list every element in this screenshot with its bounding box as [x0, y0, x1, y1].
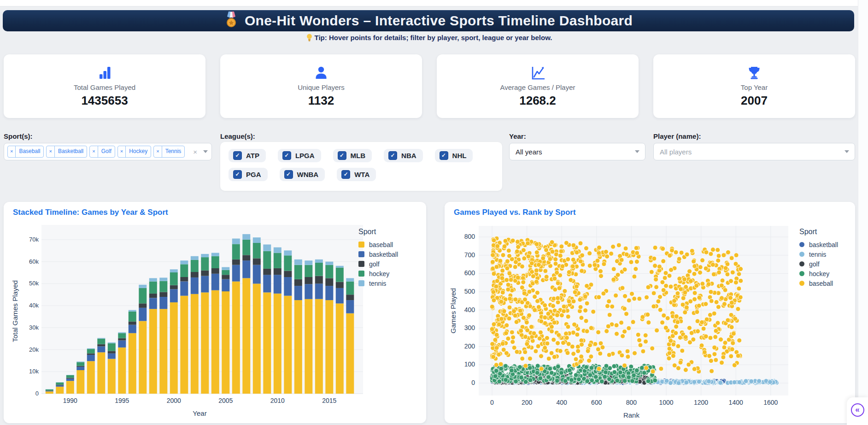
bar-golf-1999 [159, 292, 167, 297]
checkbox-checked-icon[interactable]: ✓ [388, 151, 397, 160]
svg-text:0: 0 [471, 379, 475, 386]
bar-tennis-2009 [263, 244, 271, 251]
sport-tag-golf[interactable]: ×Golf [89, 146, 115, 158]
bar-hockey-2015 [325, 265, 333, 278]
svg-text:Rank: Rank [623, 411, 640, 419]
bar-basketball-1993 [97, 346, 105, 352]
checkbox-checked-icon[interactable]: ✓ [338, 151, 346, 160]
league-checkbox-atp[interactable]: ✓ATP [229, 149, 266, 162]
legend-item-tennis[interactable]: tennis [358, 278, 398, 288]
svg-text:2015: 2015 [322, 397, 336, 404]
bar-basketball-2015 [325, 286, 333, 300]
bar-tennis-1993 [97, 338, 105, 338]
league-checkbox-nhl[interactable]: ✓NHL [435, 149, 473, 162]
checkbox-checked-icon[interactable]: ✓ [440, 151, 448, 160]
legend-item-basketball[interactable]: basketball [358, 249, 398, 259]
legend-item-golf[interactable]: golf [358, 259, 398, 269]
bar-tennis-1992 [87, 348, 95, 349]
bar-golf-1994 [108, 351, 116, 353]
bar-tennis-2004 [211, 253, 219, 256]
chevron-down-icon[interactable] [845, 150, 849, 153]
legend-swatch [358, 261, 364, 267]
bar-hockey-1995 [118, 333, 126, 338]
legend-item-golf[interactable]: golf [799, 259, 838, 269]
league-checkbox-mlb[interactable]: ✓MLB [333, 149, 372, 162]
bar-hockey-2017 [346, 282, 354, 295]
bar-tennis-1999 [159, 277, 167, 281]
legend-label: tennis [809, 251, 826, 258]
bar-golf-2002 [191, 272, 199, 277]
bar-tennis-2014 [315, 260, 323, 263]
scatter-chart[interactable]: 0200400600800100012001400160001002003004… [445, 222, 855, 423]
sports-medal-icon [224, 12, 238, 30]
bar-hockey-2010 [274, 253, 282, 268]
player-select[interactable]: All players [653, 143, 855, 160]
remove-tag-icon[interactable]: × [90, 146, 98, 157]
double-chevron-left-icon[interactable]: « [851, 403, 864, 417]
checkbox-checked-icon[interactable]: ✓ [284, 170, 293, 179]
bar-hockey-2014 [315, 263, 323, 276]
scatter-chart-title: Games Played vs. Rank by Sport [454, 208, 576, 217]
checkbox-checked-icon[interactable]: ✓ [233, 170, 242, 179]
sport-tag-basketball[interactable]: ×Basketball [46, 146, 87, 158]
svg-text:200: 200 [522, 399, 533, 406]
sport-tag-hockey[interactable]: ×Hockey [117, 146, 151, 158]
bar-hockey-2013 [305, 265, 312, 277]
chevron-down-icon[interactable] [635, 150, 639, 153]
checkbox-checked-icon[interactable]: ✓ [233, 151, 242, 160]
clear-all-icon[interactable]: × [191, 148, 199, 156]
bar-hockey-1994 [108, 343, 116, 351]
league-checkbox-nba[interactable]: ✓NBA [384, 149, 423, 162]
bar-basketball-2011 [284, 277, 292, 296]
legend-title: Sport [799, 228, 838, 236]
legend-label: basketball [809, 241, 838, 248]
bar-tennis-1998 [149, 278, 157, 281]
svg-text:600: 600 [591, 399, 602, 406]
sports-multiselect[interactable]: ×Baseball ×Basketball ×Golf ×Hockey ×Ten… [4, 143, 212, 160]
stat-card-average-games: Average Games / Player 1268.2 [437, 54, 639, 118]
bar-hockey-1988 [46, 390, 53, 390]
legend-swatch [358, 280, 364, 286]
checkbox-checked-icon[interactable]: ✓ [282, 151, 291, 160]
svg-text:2000: 2000 [167, 397, 181, 404]
bar-hockey-2016 [336, 268, 344, 282]
legend-item-basketball[interactable]: basketball [799, 240, 838, 249]
bar-basketball-1994 [108, 354, 116, 359]
remove-tag-icon[interactable]: × [118, 146, 126, 157]
svg-text:Year: Year [193, 409, 206, 417]
bar-hockey-2008 [253, 243, 261, 258]
legend-item-baseball[interactable]: baseball [799, 278, 838, 288]
svg-text:1995: 1995 [115, 397, 129, 404]
legend-item-tennis[interactable]: tennis [799, 249, 838, 259]
chevron-down-icon[interactable] [203, 150, 208, 153]
league-checkbox-wta[interactable]: ✓WTA [337, 168, 376, 181]
legend-swatch [799, 261, 804, 266]
league-checkbox-pga[interactable]: ✓PGA [229, 168, 268, 181]
bar-hockey-2000 [170, 272, 178, 285]
sport-tag-baseball[interactable]: ×Baseball [7, 146, 44, 158]
league-checkbox-wnba[interactable]: ✓WNBA [280, 168, 325, 181]
legend-swatch [358, 271, 364, 277]
remove-tag-icon[interactable]: × [8, 146, 16, 157]
bar-basketball-1996 [129, 325, 136, 333]
bar-basketball-2013 [305, 284, 312, 299]
bar-hockey-2011 [284, 255, 292, 271]
legend-item-hockey[interactable]: hockey [799, 269, 838, 278]
svg-text:500: 500 [464, 288, 475, 295]
sport-tag-tennis[interactable]: ×Tennis [153, 146, 185, 158]
svg-text:200: 200 [464, 342, 475, 350]
bar-hockey-2006 [232, 244, 240, 259]
legend-swatch [799, 242, 804, 247]
checkbox-checked-icon[interactable]: ✓ [341, 170, 350, 179]
bar-baseball-1999 [159, 309, 167, 394]
legend-item-hockey[interactable]: hockey [358, 269, 398, 278]
bar-golf-1988 [46, 390, 53, 391]
remove-tag-icon[interactable]: × [47, 146, 54, 157]
legend-item-baseball[interactable]: baseball [358, 240, 398, 249]
league-checkbox-lpga[interactable]: ✓LPGA [278, 149, 321, 162]
remove-tag-icon[interactable]: × [154, 146, 162, 157]
bar-tennis-2001 [180, 260, 188, 264]
stacked-bar-chart-card: Stacked Timeline: Games by Year & Sport … [4, 202, 426, 423]
svg-text:1400: 1400 [729, 399, 743, 406]
year-select[interactable]: All years [509, 143, 645, 160]
